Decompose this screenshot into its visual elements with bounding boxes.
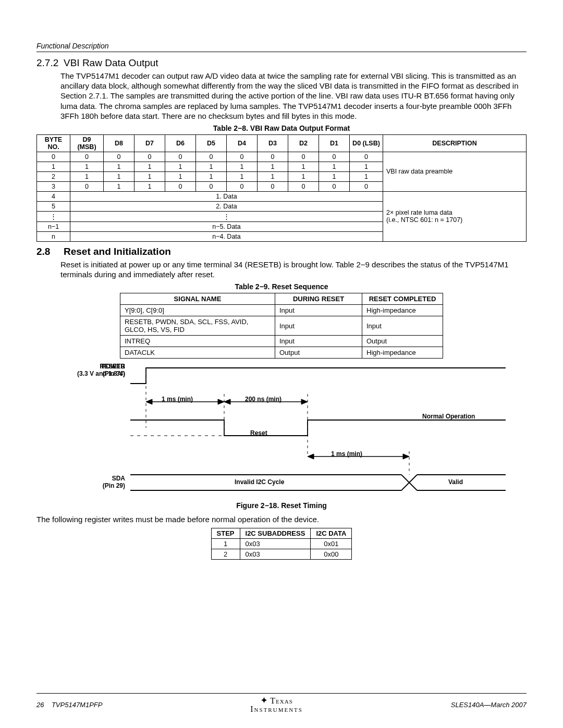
page: Functional Description 2.7.2VBI Raw Data… (0, 0, 563, 728)
svg-marker-18 (308, 454, 314, 459)
note-1ms-b: 1 ms (min) (331, 450, 362, 458)
ti-logo: ✦ Texas Instruments (250, 696, 303, 713)
col-d4: D4 (227, 134, 258, 152)
svg-marker-19 (403, 454, 409, 459)
col-step: STEP (211, 528, 240, 539)
table-row: RESETB, PWDN, SDA, SCL, FSS, AVID, GLCO,… (120, 316, 443, 336)
table-row: 41. Data2× pixel rate luma data(i.e., NT… (37, 191, 527, 201)
heading-number: 2.7.2 (36, 57, 64, 69)
table-init-writes: STEP I2C SUBADDRESS I2C DATA 10x030x0120… (211, 528, 352, 560)
col-d0: D0 (LSB) (350, 134, 383, 152)
svg-marker-12 (146, 399, 152, 404)
col-reset-completed: RESET COMPLETED (362, 293, 443, 305)
heading-title: VBI Raw Data Output (64, 57, 158, 68)
table-row: INTREQInputOutput (120, 336, 443, 347)
col-i2c-subaddress: I2C SUBADDRESS (240, 528, 311, 539)
note-valid: Valid (448, 478, 463, 486)
col-d2: D2 (288, 134, 319, 152)
table-row: 00000000000VBI raw data preamble (37, 152, 527, 162)
paragraph: The TVP5147M1 decoder can output raw A/D… (60, 71, 527, 121)
table-2-9: SIGNAL NAME DURING RESET RESET COMPLETED… (120, 293, 443, 359)
col-i2c-data: I2C DATA (311, 528, 352, 539)
table-row: Y[9:0], C[9:0]InputHigh-impedance (120, 305, 443, 316)
note-normal-op: Normal Operation (422, 413, 475, 420)
col-d8: D8 (104, 134, 134, 152)
col-d3: D3 (258, 134, 288, 152)
heading-2.7.2: 2.7.2VBI Raw Data Output (36, 57, 527, 69)
paragraph: The following register writes must be ma… (36, 515, 527, 524)
heading-title: Reset and Initialization (64, 246, 171, 257)
table-row: 10x030x01 (211, 539, 352, 549)
table-2-9-caption: Table 2−9. Reset Sequence (36, 282, 527, 291)
col-d9: D9 (MSB) (70, 134, 104, 152)
note-invalid-i2c: Invalid I2C Cycle (235, 478, 284, 486)
note-200ns: 200 ns (min) (245, 396, 282, 403)
col-signal-name: SIGNAL NAME (120, 293, 275, 305)
page-number: 26 (36, 701, 44, 709)
running-header: Functional Description (36, 42, 527, 52)
svg-marker-15 (224, 399, 230, 404)
paragraph: Reset is initiated at power up or any ti… (60, 260, 527, 279)
sda-label: SDA(Pin 29) (36, 475, 125, 489)
note-reset: Reset (250, 429, 267, 437)
doc-id: SLES140A—March 2007 (451, 701, 527, 709)
col-description: DESCRIPTION (383, 134, 527, 152)
page-footer: 26 TVP5147M1PFP ✦ Texas Instruments SLES… (36, 693, 527, 713)
figure-2-18-timing-diagram: POWER(3.3 V and 1.8 V) RESETB(Pin 34) SD… (36, 363, 527, 498)
svg-marker-13 (218, 399, 224, 404)
col-d1: D1 (319, 134, 350, 152)
heading-number: 2.8 (36, 246, 64, 257)
heading-2.8: 2.8Reset and Initialization (36, 246, 527, 257)
col-byte-no: BYTE NO. (37, 134, 70, 152)
part-number: TVP5147M1PFP (52, 701, 103, 709)
resetb-label: RESETB(Pin 34) (36, 363, 125, 377)
table-row: 20x030x00 (211, 549, 352, 560)
note-1ms-a: 1 ms (min) (162, 396, 193, 403)
col-during-reset: DURING RESET (275, 293, 362, 305)
svg-marker-16 (301, 399, 308, 404)
col-d7: D7 (134, 134, 165, 152)
col-d5: D5 (196, 134, 227, 152)
figure-2-18-caption: Figure 2−18. Reset Timing (36, 501, 527, 510)
table-row: DATACLKOutputHigh-impedance (120, 347, 443, 359)
col-d6: D6 (165, 134, 196, 152)
table-2-8-caption: Table 2−8. VBI Raw Data Output Format (36, 124, 527, 132)
table-2-8: BYTE NO. D9 (MSB) D8 D7 D6 D5 D4 D3 D2 D… (36, 134, 527, 242)
